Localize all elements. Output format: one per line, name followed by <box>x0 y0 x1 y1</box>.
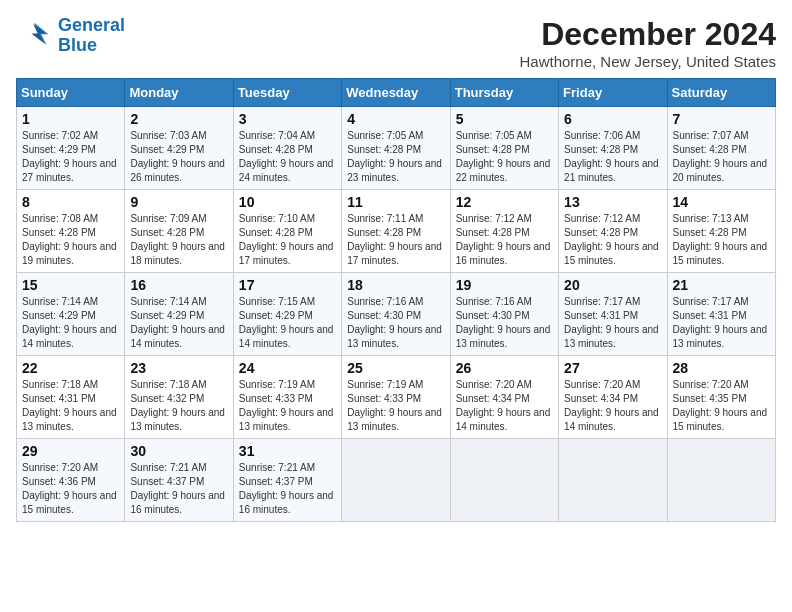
calendar-day-cell: 30 Sunrise: 7:21 AM Sunset: 4:37 PM Dayl… <box>125 439 233 522</box>
title-block: December 2024 Hawthorne, New Jersey, Uni… <box>519 16 776 70</box>
calendar-day-cell: 8 Sunrise: 7:08 AM Sunset: 4:28 PM Dayli… <box>17 190 125 273</box>
day-info: Sunrise: 7:18 AM Sunset: 4:31 PM Dayligh… <box>22 378 119 434</box>
calendar-day-cell: 22 Sunrise: 7:18 AM Sunset: 4:31 PM Dayl… <box>17 356 125 439</box>
day-number: 1 <box>22 111 119 127</box>
calendar-day-cell: 31 Sunrise: 7:21 AM Sunset: 4:37 PM Dayl… <box>233 439 341 522</box>
day-number: 9 <box>130 194 227 210</box>
day-number: 28 <box>673 360 770 376</box>
calendar-week-row: 29 Sunrise: 7:20 AM Sunset: 4:36 PM Dayl… <box>17 439 776 522</box>
logo-text: General Blue <box>58 16 125 56</box>
calendar-day-cell: 5 Sunrise: 7:05 AM Sunset: 4:28 PM Dayli… <box>450 107 558 190</box>
calendar-day-cell: 16 Sunrise: 7:14 AM Sunset: 4:29 PM Dayl… <box>125 273 233 356</box>
calendar-day-cell: 20 Sunrise: 7:17 AM Sunset: 4:31 PM Dayl… <box>559 273 667 356</box>
calendar-day-cell <box>450 439 558 522</box>
calendar-day-cell <box>342 439 450 522</box>
day-info: Sunrise: 7:12 AM Sunset: 4:28 PM Dayligh… <box>564 212 661 268</box>
calendar-header-row: SundayMondayTuesdayWednesdayThursdayFrid… <box>17 79 776 107</box>
logo-line2: Blue <box>58 35 97 55</box>
day-number: 24 <box>239 360 336 376</box>
day-number: 4 <box>347 111 444 127</box>
calendar-day-cell: 26 Sunrise: 7:20 AM Sunset: 4:34 PM Dayl… <box>450 356 558 439</box>
calendar-week-row: 15 Sunrise: 7:14 AM Sunset: 4:29 PM Dayl… <box>17 273 776 356</box>
day-number: 10 <box>239 194 336 210</box>
day-number: 5 <box>456 111 553 127</box>
day-info: Sunrise: 7:21 AM Sunset: 4:37 PM Dayligh… <box>130 461 227 517</box>
calendar-day-cell: 10 Sunrise: 7:10 AM Sunset: 4:28 PM Dayl… <box>233 190 341 273</box>
day-number: 7 <box>673 111 770 127</box>
day-number: 29 <box>22 443 119 459</box>
calendar-day-cell <box>559 439 667 522</box>
calendar-day-cell: 12 Sunrise: 7:12 AM Sunset: 4:28 PM Dayl… <box>450 190 558 273</box>
day-info: Sunrise: 7:16 AM Sunset: 4:30 PM Dayligh… <box>456 295 553 351</box>
calendar-week-row: 8 Sunrise: 7:08 AM Sunset: 4:28 PM Dayli… <box>17 190 776 273</box>
day-number: 6 <box>564 111 661 127</box>
day-info: Sunrise: 7:11 AM Sunset: 4:28 PM Dayligh… <box>347 212 444 268</box>
day-info: Sunrise: 7:08 AM Sunset: 4:28 PM Dayligh… <box>22 212 119 268</box>
day-of-week-header: Tuesday <box>233 79 341 107</box>
day-number: 23 <box>130 360 227 376</box>
day-number: 19 <box>456 277 553 293</box>
logo-line1: General <box>58 15 125 35</box>
day-number: 2 <box>130 111 227 127</box>
logo-icon <box>16 18 52 54</box>
calendar-day-cell: 4 Sunrise: 7:05 AM Sunset: 4:28 PM Dayli… <box>342 107 450 190</box>
day-number: 15 <box>22 277 119 293</box>
day-info: Sunrise: 7:19 AM Sunset: 4:33 PM Dayligh… <box>239 378 336 434</box>
day-of-week-header: Monday <box>125 79 233 107</box>
day-number: 12 <box>456 194 553 210</box>
calendar-day-cell: 14 Sunrise: 7:13 AM Sunset: 4:28 PM Dayl… <box>667 190 775 273</box>
day-number: 14 <box>673 194 770 210</box>
day-of-week-header: Wednesday <box>342 79 450 107</box>
day-info: Sunrise: 7:06 AM Sunset: 4:28 PM Dayligh… <box>564 129 661 185</box>
subtitle: Hawthorne, New Jersey, United States <box>519 53 776 70</box>
day-info: Sunrise: 7:10 AM Sunset: 4:28 PM Dayligh… <box>239 212 336 268</box>
day-number: 21 <box>673 277 770 293</box>
day-number: 18 <box>347 277 444 293</box>
day-info: Sunrise: 7:17 AM Sunset: 4:31 PM Dayligh… <box>564 295 661 351</box>
day-info: Sunrise: 7:13 AM Sunset: 4:28 PM Dayligh… <box>673 212 770 268</box>
calendar-day-cell: 27 Sunrise: 7:20 AM Sunset: 4:34 PM Dayl… <box>559 356 667 439</box>
calendar-day-cell: 23 Sunrise: 7:18 AM Sunset: 4:32 PM Dayl… <box>125 356 233 439</box>
day-info: Sunrise: 7:21 AM Sunset: 4:37 PM Dayligh… <box>239 461 336 517</box>
calendar-day-cell: 1 Sunrise: 7:02 AM Sunset: 4:29 PM Dayli… <box>17 107 125 190</box>
calendar-day-cell: 9 Sunrise: 7:09 AM Sunset: 4:28 PM Dayli… <box>125 190 233 273</box>
day-of-week-header: Friday <box>559 79 667 107</box>
day-info: Sunrise: 7:05 AM Sunset: 4:28 PM Dayligh… <box>456 129 553 185</box>
calendar-day-cell: 13 Sunrise: 7:12 AM Sunset: 4:28 PM Dayl… <box>559 190 667 273</box>
calendar-day-cell: 2 Sunrise: 7:03 AM Sunset: 4:29 PM Dayli… <box>125 107 233 190</box>
calendar-day-cell: 21 Sunrise: 7:17 AM Sunset: 4:31 PM Dayl… <box>667 273 775 356</box>
day-info: Sunrise: 7:04 AM Sunset: 4:28 PM Dayligh… <box>239 129 336 185</box>
calendar-day-cell: 25 Sunrise: 7:19 AM Sunset: 4:33 PM Dayl… <box>342 356 450 439</box>
calendar-week-row: 1 Sunrise: 7:02 AM Sunset: 4:29 PM Dayli… <box>17 107 776 190</box>
day-of-week-header: Thursday <box>450 79 558 107</box>
day-info: Sunrise: 7:20 AM Sunset: 4:34 PM Dayligh… <box>456 378 553 434</box>
calendar-day-cell: 17 Sunrise: 7:15 AM Sunset: 4:29 PM Dayl… <box>233 273 341 356</box>
day-number: 22 <box>22 360 119 376</box>
day-info: Sunrise: 7:18 AM Sunset: 4:32 PM Dayligh… <box>130 378 227 434</box>
day-info: Sunrise: 7:15 AM Sunset: 4:29 PM Dayligh… <box>239 295 336 351</box>
day-info: Sunrise: 7:14 AM Sunset: 4:29 PM Dayligh… <box>22 295 119 351</box>
day-number: 13 <box>564 194 661 210</box>
calendar-table: SundayMondayTuesdayWednesdayThursdayFrid… <box>16 78 776 522</box>
calendar-day-cell: 6 Sunrise: 7:06 AM Sunset: 4:28 PM Dayli… <box>559 107 667 190</box>
day-of-week-header: Saturday <box>667 79 775 107</box>
day-number: 27 <box>564 360 661 376</box>
day-info: Sunrise: 7:20 AM Sunset: 4:35 PM Dayligh… <box>673 378 770 434</box>
day-number: 17 <box>239 277 336 293</box>
calendar-day-cell: 29 Sunrise: 7:20 AM Sunset: 4:36 PM Dayl… <box>17 439 125 522</box>
day-number: 31 <box>239 443 336 459</box>
calendar-week-row: 22 Sunrise: 7:18 AM Sunset: 4:31 PM Dayl… <box>17 356 776 439</box>
header: General Blue December 2024 Hawthorne, Ne… <box>16 16 776 70</box>
calendar-body: 1 Sunrise: 7:02 AM Sunset: 4:29 PM Dayli… <box>17 107 776 522</box>
calendar-day-cell <box>667 439 775 522</box>
day-number: 8 <box>22 194 119 210</box>
day-info: Sunrise: 7:09 AM Sunset: 4:28 PM Dayligh… <box>130 212 227 268</box>
calendar-day-cell: 28 Sunrise: 7:20 AM Sunset: 4:35 PM Dayl… <box>667 356 775 439</box>
day-number: 16 <box>130 277 227 293</box>
day-number: 3 <box>239 111 336 127</box>
calendar-day-cell: 7 Sunrise: 7:07 AM Sunset: 4:28 PM Dayli… <box>667 107 775 190</box>
day-info: Sunrise: 7:02 AM Sunset: 4:29 PM Dayligh… <box>22 129 119 185</box>
day-info: Sunrise: 7:03 AM Sunset: 4:29 PM Dayligh… <box>130 129 227 185</box>
day-number: 26 <box>456 360 553 376</box>
calendar-day-cell: 24 Sunrise: 7:19 AM Sunset: 4:33 PM Dayl… <box>233 356 341 439</box>
